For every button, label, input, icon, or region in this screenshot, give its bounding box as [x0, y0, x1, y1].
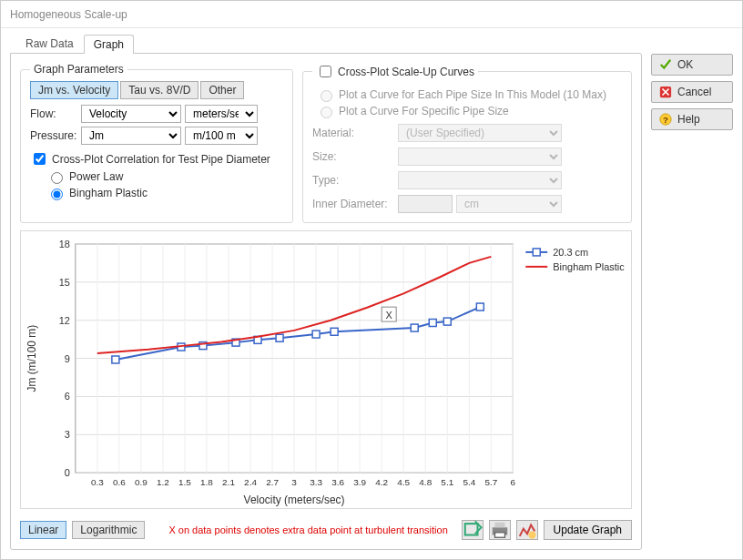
update-graph-button[interactable]: Update Graph: [544, 520, 632, 540]
radio-specific-pipe: Plot a Curve For Specific Pipe Size: [316, 104, 622, 118]
chart-settings-icon[interactable]: [516, 520, 538, 540]
material-label: Material:: [312, 127, 394, 139]
svg-text:3.9: 3.9: [353, 477, 366, 487]
tab-raw-data[interactable]: Raw Data: [15, 34, 84, 53]
print-icon[interactable]: [489, 520, 511, 540]
svg-text:Jm (m/100 m): Jm (m/100 m): [25, 325, 38, 392]
radio-bingham[interactable]: Bingham Plastic: [46, 186, 283, 200]
svg-text:1.2: 1.2: [157, 477, 169, 487]
ok-button[interactable]: OK: [651, 54, 733, 76]
svg-text:9: 9: [65, 353, 70, 364]
cancel-button[interactable]: Cancel: [651, 81, 733, 103]
svg-text:Velocity (meters/sec): Velocity (meters/sec): [244, 494, 345, 506]
svg-text:12: 12: [59, 315, 70, 326]
svg-text:3: 3: [291, 477, 297, 487]
radio-powerlaw-input[interactable]: [51, 172, 63, 184]
svg-text:6: 6: [65, 391, 70, 402]
size-label: Size:: [312, 150, 394, 163]
x-icon: [659, 86, 672, 98]
ok-label: OK: [677, 58, 693, 71]
svg-text:5.1: 5.1: [441, 477, 453, 487]
svg-text:Bingham Plastic: Bingham Plastic: [553, 261, 625, 272]
svg-text:3: 3: [65, 429, 70, 440]
scaleup-legend: Cross-Plot Scale-Up Curves: [338, 66, 474, 78]
flow-label: Flow:: [30, 107, 77, 120]
svg-rect-62: [276, 334, 283, 341]
crossplot-corr-input[interactable]: [34, 153, 46, 165]
group-scaleup: Cross-Plot Scale-Up Curves Plot a Curve …: [302, 63, 632, 223]
svg-rect-72: [533, 249, 540, 256]
innerdia-input: [398, 195, 453, 213]
mode-other[interactable]: Other: [200, 81, 244, 99]
pressure-select[interactable]: Jm: [81, 127, 181, 145]
scale-linear-button[interactable]: Linear: [20, 521, 66, 539]
svg-text:3.6: 3.6: [331, 477, 344, 487]
svg-rect-63: [312, 331, 320, 338]
svg-text:4.5: 4.5: [397, 477, 410, 487]
svg-text:5.4: 5.4: [463, 477, 475, 487]
flow-select[interactable]: Velocity: [81, 105, 181, 123]
material-select: (User Specified): [398, 124, 562, 142]
svg-text:3.3: 3.3: [310, 477, 322, 487]
radio-powerlaw[interactable]: Power Law: [46, 169, 283, 184]
size-select: [398, 148, 562, 166]
innerdia-label: Inner Diameter:: [312, 198, 394, 210]
radio-each-pipe: Plot a Curve for Each Pipe Size In This …: [316, 87, 622, 102]
innerdia-unit-select: cm: [456, 195, 562, 213]
mode-tau-8vd[interactable]: Tau vs. 8V/D: [120, 81, 198, 99]
svg-text:2.7: 2.7: [266, 477, 279, 487]
check-icon: [659, 58, 672, 71]
svg-rect-64: [331, 328, 338, 335]
pressure-label: Pressure:: [30, 129, 77, 142]
scaleup-checkbox[interactable]: Cross-Plot Scale-Up Curves: [316, 63, 474, 80]
cancel-label: Cancel: [677, 86, 711, 98]
help-label: Help: [677, 113, 700, 126]
svg-text:2.1: 2.1: [222, 477, 235, 487]
type-select: [398, 171, 562, 189]
svg-rect-57: [112, 356, 119, 363]
svg-text:0: 0: [65, 467, 70, 478]
radio-powerlaw-label: Power Law: [69, 170, 123, 183]
pressure-unit-select[interactable]: m/100 m: [185, 127, 258, 145]
svg-text:4.2: 4.2: [375, 477, 388, 487]
svg-rect-66: [429, 320, 436, 327]
crossplot-corr-label: Cross-Plot Correlation for Test Pipe Dia…: [52, 153, 270, 166]
help-button[interactable]: ? Help: [651, 108, 733, 130]
svg-text:18: 18: [59, 239, 70, 249]
svg-rect-79: [494, 533, 504, 538]
svg-text:1.8: 1.8: [200, 477, 213, 487]
svg-text:4.8: 4.8: [419, 477, 432, 487]
radio-each-pipe-input: [321, 90, 332, 102]
svg-rect-68: [476, 303, 483, 311]
svg-rect-67: [443, 318, 451, 325]
group-graph-parameters: Graph Parameters Jm vs. Velocity Tau vs.…: [20, 63, 293, 223]
crossplot-corr-checkbox[interactable]: Cross-Plot Correlation for Test Pipe Dia…: [30, 150, 283, 168]
mode-jm-velocity[interactable]: Jm vs. Velocity: [30, 81, 118, 99]
svg-rect-65: [411, 324, 418, 331]
radio-each-pipe-label: Plot a Curve for Each Pipe Size In This …: [339, 88, 606, 101]
flow-unit-select[interactable]: meters/sec: [185, 105, 258, 123]
radio-specific-pipe-input: [321, 107, 332, 118]
svg-point-80: [528, 531, 535, 538]
tab-graph[interactable]: Graph: [84, 35, 134, 54]
chart-svg: 03691215180.30.60.91.21.51.82.12.42.733.…: [21, 231, 631, 509]
svg-text:20.3 cm: 20.3 cm: [553, 247, 588, 258]
scaleup-checkbox-input[interactable]: [320, 66, 331, 77]
svg-text:15: 15: [59, 277, 70, 288]
scale-log-button[interactable]: Logarithmic: [72, 521, 145, 539]
chart: 03691215180.30.60.91.21.51.82.12.42.733.…: [20, 230, 632, 509]
radio-bingham-input[interactable]: [51, 188, 63, 200]
svg-text:?: ?: [663, 115, 668, 125]
group-graph-parameters-legend: Graph Parameters: [30, 63, 127, 76]
chart-note: X on data points denotes extra data poin…: [168, 524, 455, 535]
radio-bingham-label: Bingham Plastic: [69, 187, 148, 199]
svg-text:5.7: 5.7: [484, 477, 497, 487]
export-icon[interactable]: [462, 520, 483, 540]
type-label: Type:: [312, 174, 394, 187]
svg-text:1.5: 1.5: [178, 477, 191, 487]
radio-specific-pipe-label: Plot a Curve For Specific Pipe Size: [339, 105, 509, 117]
svg-text:6: 6: [511, 477, 516, 487]
svg-text:2.4: 2.4: [244, 477, 257, 487]
svg-text:X: X: [386, 310, 393, 321]
svg-text:0.3: 0.3: [91, 477, 104, 487]
